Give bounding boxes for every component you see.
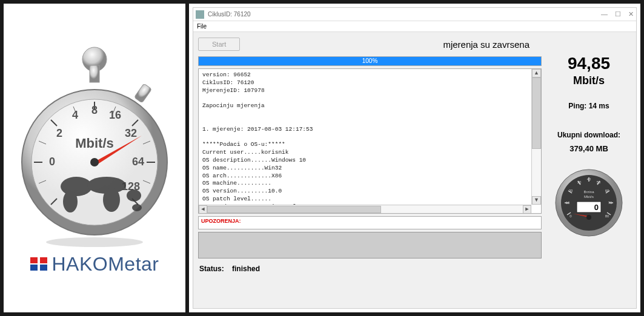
brand-flag-icon	[30, 257, 47, 271]
window-title: CiklusID: 76120	[208, 11, 601, 18]
app-window: CiklusID: 76120 — ☐ ✕ File Start mjerenj…	[193, 7, 637, 309]
svg-rect-37	[30, 265, 38, 271]
brand-row: HAKOMetar	[30, 253, 159, 275]
measurement-status-message: mjerenja su zavrsena	[247, 39, 542, 50]
brand-panel: 0 2 4 8 16 32 64 128 Mbit/s	[4, 4, 185, 312]
scroll-left-arrow-icon[interactable]: ◄	[199, 205, 207, 214]
speed-unit: Mbit/s	[573, 74, 605, 87]
minimize-button[interactable]: —	[601, 10, 608, 18]
svg-point-33	[90, 158, 99, 166]
log-text: version: 96652 CiklusID: 76120 MjerenjeI…	[199, 69, 541, 214]
svg-text:2: 2	[56, 127, 62, 139]
brand-name: HAKOMetar	[52, 253, 159, 275]
svg-text:40: 40	[587, 177, 591, 181]
menu-file[interactable]: File	[197, 23, 207, 30]
gauge-caption1: Brzina	[583, 190, 594, 194]
screenshot-panel: CiklusID: 76120 — ☐ ✕ File Start mjerenj…	[189, 4, 640, 312]
scroll-right-arrow-icon[interactable]: ►	[523, 205, 531, 214]
svg-text:0: 0	[49, 156, 55, 168]
svg-text:30: 30	[577, 180, 582, 184]
progress-fill: 100%	[199, 57, 541, 65]
svg-rect-36	[40, 257, 47, 263]
hscroll-thumb[interactable]	[207, 206, 381, 213]
ping-label: Ping: 14 ms	[568, 102, 609, 110]
svg-point-34	[46, 237, 143, 247]
svg-point-27	[63, 191, 78, 212]
svg-rect-38	[40, 265, 47, 271]
maximize-button[interactable]: ☐	[615, 10, 621, 18]
svg-point-61	[586, 215, 591, 220]
status-prefix: Status:	[199, 265, 224, 273]
app-icon	[196, 10, 204, 19]
svg-point-31	[132, 204, 142, 211]
svg-text:80: 80	[605, 214, 609, 218]
svg-point-30	[127, 189, 141, 202]
svg-rect-35	[30, 257, 38, 263]
download-label: Ukupni download:	[557, 131, 620, 139]
scroll-up-arrow-icon[interactable]: ▲	[532, 69, 541, 77]
svg-text:20: 20	[569, 189, 573, 193]
gauge-readout: 0	[594, 203, 599, 212]
svg-text:4: 4	[72, 109, 78, 121]
lower-panel	[198, 232, 542, 258]
menubar: File	[193, 21, 636, 32]
vertical-scrollbar[interactable]: ▲ ▼	[531, 69, 541, 205]
start-button[interactable]: Start	[198, 38, 240, 51]
titlebar[interactable]: CiklusID: 76120 — ☐ ✕	[193, 8, 636, 21]
svg-point-29	[103, 188, 120, 212]
progress-bar: 100%	[198, 56, 542, 66]
warnings-label: UPOZORENJA:	[201, 218, 241, 224]
warnings-box: UPOZORENJA:	[198, 216, 542, 229]
download-value: 379,40 MB	[569, 144, 608, 153]
scroll-down-arrow-icon[interactable]: ▼	[532, 196, 541, 205]
results-column: 94,85 Mbit/s Ping: 14 ms Ukupni download…	[546, 36, 631, 304]
stopwatch-illustration: 0 2 4 8 16 32 64 128 Mbit/s	[10, 41, 179, 247]
svg-text:16: 16	[109, 109, 121, 121]
svg-text:8: 8	[91, 104, 98, 116]
speed-value: 94,85	[568, 54, 610, 73]
svg-text:10: 10	[566, 201, 570, 205]
svg-text:60: 60	[605, 189, 609, 193]
log-output[interactable]: version: 96652 CiklusID: 76120 MjerenjeI…	[198, 68, 542, 214]
svg-text:70: 70	[608, 201, 612, 205]
vscroll-thumb[interactable]	[532, 77, 541, 149]
gauge-caption2: Mbit/s	[584, 195, 594, 199]
svg-point-26	[61, 177, 92, 196]
dial-unit-label: Mbit/s	[75, 136, 114, 151]
main-column: Start mjerenja su zavrsena 100% version:…	[198, 36, 542, 304]
status-line: Status: finished	[198, 261, 542, 274]
status-value: finished	[232, 265, 260, 273]
speed-gauge: 010 2030 4050 6070 80 Brzina Mbit/s 0	[553, 166, 625, 240]
close-button[interactable]: ✕	[628, 10, 634, 18]
svg-rect-1	[90, 65, 99, 82]
svg-text:50: 50	[597, 180, 601, 184]
svg-text:32: 32	[125, 127, 137, 139]
svg-rect-2	[134, 83, 151, 102]
horizontal-scrollbar[interactable]: ◄ ►	[199, 205, 531, 213]
svg-text:64: 64	[132, 156, 144, 168]
